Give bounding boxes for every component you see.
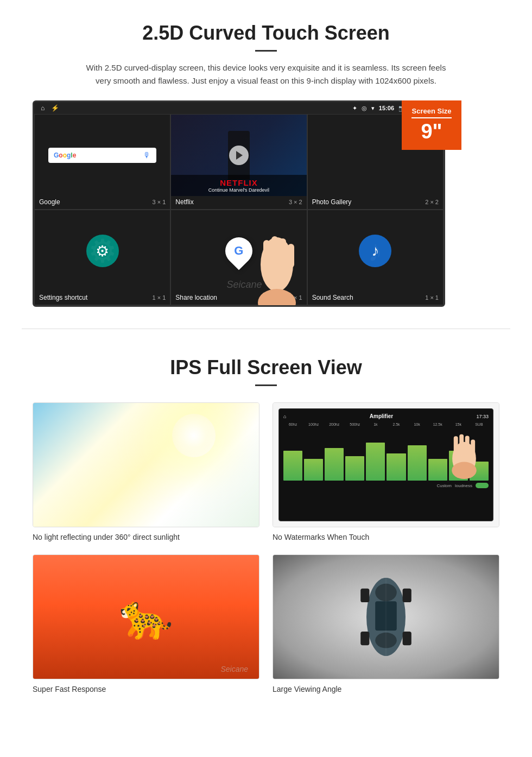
- amp-label-200hz: 200hz: [325, 422, 344, 426]
- device-container: Screen Size 9" ⌂ ⚡ ✦ ◎ ▾ 15:06: [33, 100, 499, 307]
- sunlight-visual: [33, 403, 259, 527]
- svg-rect-8: [459, 434, 464, 456]
- settings-app-name: Settings shortcut: [39, 294, 87, 301]
- amp-freq-labels: 60hz 100hz 200hz 500hz 1k 2.5k 10k 12.5k…: [283, 422, 489, 426]
- amp-custom-label: Custom: [436, 483, 452, 488]
- amp-home-icon: ⌂: [283, 414, 286, 419]
- share-app-size: 1 × 1: [289, 294, 302, 301]
- badge-label: Screen Size: [411, 107, 452, 115]
- amplifier-image: ⌂ Amplifier 17:33 60hz 100hz 200hz 500hz…: [273, 402, 499, 527]
- svg-rect-17: [403, 589, 411, 602]
- amp-label-sub: SUB: [470, 422, 489, 426]
- cheetah-caption: Super Fast Response: [33, 685, 259, 693]
- car-image: [273, 554, 499, 679]
- share-cell-inner: G: [171, 210, 306, 292]
- amp-bar-2: [304, 459, 323, 481]
- amp-label-12k5: 12.5k: [428, 422, 447, 426]
- amp-label-2k5: 2.5k: [387, 422, 406, 426]
- bluetooth-icon: ✦: [352, 105, 357, 112]
- status-left: ⌂ ⚡: [41, 104, 59, 112]
- amp-time: 17:33: [476, 414, 489, 419]
- location-icon: ◎: [362, 105, 367, 112]
- google-label: Google 3 × 1: [35, 196, 170, 209]
- sun-glow: [172, 414, 216, 457]
- cheetah-visual: 🐆 Seicane: [33, 555, 259, 679]
- car-top-view: [353, 568, 419, 666]
- amp-bar-3: [325, 448, 344, 481]
- page-divider: [22, 329, 510, 329]
- section-ips: IPS Full Screen View No light reflecting…: [0, 335, 532, 710]
- amplifier-visual: ⌂ Amplifier 17:33 60hz 100hz 200hz 500hz…: [273, 403, 499, 527]
- sound-label: Sound Search 1 × 1: [308, 292, 443, 305]
- feature-amplifier: ⌂ Amplifier 17:33 60hz 100hz 200hz 500hz…: [273, 402, 499, 541]
- amp-bars: [283, 426, 489, 481]
- netflix-app-name: Netflix: [175, 198, 193, 206]
- section1-title: 2.5D Curved Touch Screen: [33, 22, 499, 45]
- amp-bar-1: [283, 451, 302, 481]
- svg-rect-18: [360, 632, 369, 645]
- svg-rect-19: [403, 632, 411, 645]
- amp-label-1k: 1k: [366, 422, 385, 426]
- car-svg: [353, 568, 419, 666]
- svg-rect-5: [288, 244, 294, 268]
- amp-bar-7: [408, 445, 427, 481]
- car-visual: [273, 555, 499, 679]
- cheetah-emoji: 🐆: [119, 591, 173, 642]
- feature-sunlight: No light reflecting under 360° direct su…: [33, 402, 259, 541]
- feature-grid: No light reflecting under 360° direct su…: [33, 402, 499, 693]
- gallery-app-name: Photo Gallery: [312, 198, 352, 206]
- google-app-name: Google: [39, 198, 60, 206]
- amp-loudness-label: loudness: [455, 483, 472, 488]
- amp-bar-4: [345, 456, 364, 481]
- amp-label-10k: 10k: [408, 422, 427, 426]
- app-cell-google[interactable]: Google 🎙 Google 3 × 1: [34, 114, 170, 210]
- settings-ghost-icon: ⚙: [88, 232, 117, 270]
- settings-cell-inner: ⚙ ⚙: [35, 210, 170, 292]
- amp-label-100hz: 100hz: [304, 422, 323, 426]
- section2-divider: [255, 384, 277, 386]
- netflix-logo: NETFLIX: [175, 178, 302, 187]
- sunlight-image: [33, 402, 259, 527]
- amp-toggle[interactable]: [476, 483, 489, 488]
- svg-rect-4: [280, 238, 286, 267]
- sound-cell-inner: ♪ ♪: [308, 210, 443, 292]
- sunlight-caption: No light reflecting under 360° direct su…: [33, 533, 259, 541]
- settings-app-size: 1 × 1: [153, 294, 166, 301]
- app-cell-sound[interactable]: ♪ ♪ Sound Search 1 × 1: [307, 210, 444, 305]
- maps-logo-inner: G: [234, 244, 243, 258]
- amp-bar-8: [428, 459, 447, 481]
- google-cell-inner: Google 🎙: [35, 115, 170, 196]
- svg-rect-9: [465, 436, 470, 456]
- app-cell-netflix[interactable]: NETFLIX Continue Marvel's Daredevil Netf…: [170, 114, 307, 210]
- screen-size-badge: Screen Size 9": [402, 100, 461, 150]
- section2-title: IPS Full Screen View: [33, 356, 499, 379]
- svg-rect-7: [454, 436, 458, 455]
- amp-footer: Custom loudness: [283, 483, 489, 488]
- netflix-info: NETFLIX Continue Marvel's Daredevil: [171, 175, 306, 196]
- svg-rect-3: [271, 236, 278, 266]
- netflix-cell-inner: NETFLIX Continue Marvel's Daredevil: [171, 115, 306, 196]
- svg-point-11: [452, 462, 477, 480]
- app-cell-settings[interactable]: ⚙ ⚙ Settings shortcut 1 × 1: [34, 210, 170, 305]
- google-search-bar[interactable]: Google 🎙: [48, 148, 156, 163]
- settings-label: Settings shortcut 1 × 1: [35, 292, 170, 305]
- amp-bar-6: [387, 453, 406, 481]
- gallery-app-size: 2 × 2: [425, 199, 439, 205]
- amp-label-60hz: 60hz: [283, 422, 302, 426]
- gallery-label: Photo Gallery 2 × 2: [308, 196, 443, 209]
- sound-app-name: Sound Search: [312, 294, 353, 301]
- netflix-play-button[interactable]: [229, 146, 249, 165]
- netflix-label: Netflix 3 × 2: [171, 196, 306, 209]
- sound-app-size: 1 × 1: [425, 294, 439, 301]
- amp-label-15k: 15k: [449, 422, 468, 426]
- app-cell-share[interactable]: G: [170, 210, 307, 305]
- cheetah-image: 🐆 Seicane: [33, 554, 259, 679]
- feature-cheetah: 🐆 Seicane Super Fast Response: [33, 554, 259, 693]
- amp-hand: [445, 432, 483, 481]
- svg-point-0: [261, 237, 293, 292]
- app-grid: Google 🎙 Google 3 × 1: [34, 114, 444, 305]
- sound-ghost-icon: ♪: [368, 234, 383, 268]
- amp-screen: ⌂ Amplifier 17:33 60hz 100hz 200hz 500hz…: [278, 408, 493, 521]
- svg-rect-16: [360, 589, 369, 602]
- google-logo: Google: [54, 152, 76, 159]
